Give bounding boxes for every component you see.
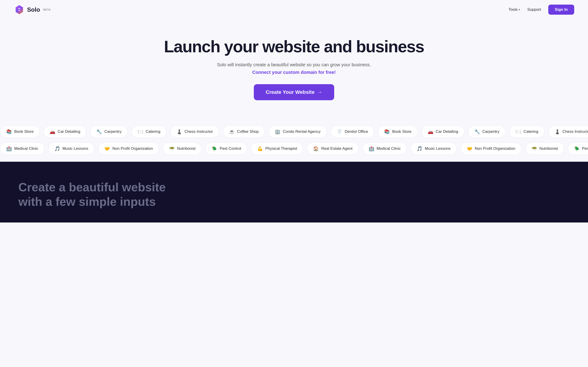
tag-pill[interactable]: 🤝Non Profit Organization [98, 142, 159, 155]
tag-icon: 🔧 [474, 129, 480, 134]
tag-icon: ☕ [229, 129, 235, 134]
tag-label: Catering [146, 129, 160, 134]
create-website-button[interactable]: Create Your Website → [254, 84, 334, 100]
tag-label: Medical Clinic [14, 146, 38, 151]
tags-row-1: 📚Book Store🚗Car Detailing🔧Carpentry🍽️Cat… [0, 123, 588, 140]
tag-pill[interactable]: 🏢Condo Rental Agency [268, 125, 327, 138]
tag-pill[interactable]: 🍽️Catering [509, 125, 544, 138]
hero-headline: Launch your website and business [5, 38, 583, 56]
support-link[interactable]: Support [527, 7, 541, 12]
tag-pill[interactable]: 🦷Dentist Office [330, 125, 374, 138]
tag-pill[interactable]: 🚗Car Detailing [422, 125, 464, 138]
tag-label: Pest Control [582, 146, 588, 151]
tag-pill[interactable]: 🥗Nutritionist [163, 142, 202, 155]
tag-label: Music Lessons [425, 146, 450, 151]
logo-text: Solo [27, 6, 40, 13]
tag-label: Nutritionist [177, 146, 195, 151]
tools-menu[interactable]: Tools ▾ [509, 7, 520, 12]
tag-label: Coffee Shop [237, 129, 259, 134]
tag-icon: 🥗 [531, 146, 537, 151]
tag-pill[interactable]: ♟️Chess Instructor [170, 125, 219, 138]
tag-pill[interactable]: 🏥Medical Clinic [363, 142, 407, 155]
tag-label: Non Profit Organization [112, 146, 153, 151]
dark-section: Create a beautiful website with a few si… [0, 162, 588, 223]
beta-badge: BETA [43, 8, 51, 11]
tag-pill[interactable]: 📚Book Store [0, 125, 40, 138]
tag-pill[interactable]: 🎵Music Lessons [410, 142, 457, 155]
tag-icon: ♟️ [554, 129, 560, 134]
tag-icon: 🏠 [313, 146, 319, 151]
navbar: Solo BETA Tools ▾ Support Sign In [0, 0, 588, 19]
tag-icon: 🪲 [574, 146, 580, 151]
tag-pill[interactable]: 🪲Pest Control [568, 142, 588, 155]
tag-pill[interactable]: 💪Physical Therapist [251, 142, 303, 155]
tag-label: Carpentry [104, 129, 121, 134]
tag-pill[interactable]: ♟️Chess Instructor [548, 125, 588, 138]
tag-label: Medical Clinic [377, 146, 401, 151]
tag-icon: 🍽️ [138, 129, 143, 134]
tag-label: Dentist Office [345, 129, 368, 134]
tag-label: Chess Instructor [562, 129, 588, 134]
dark-headline: Create a beautiful website with a few si… [18, 180, 570, 209]
tag-icon: 📚 [384, 129, 390, 134]
tag-label: Chess Instructor [184, 129, 213, 134]
dark-headline-line2: with a few simple inputs [18, 195, 156, 208]
tag-label: Book Store [392, 129, 411, 134]
tag-pill[interactable]: 🎵Music Lessons [48, 142, 95, 155]
tag-pill[interactable]: 🪲Pest Control [205, 142, 247, 155]
tag-label: Real Estate Agent [321, 146, 352, 151]
hero-subtext: Solo will instantly create a beautiful w… [5, 62, 583, 67]
tag-icon: 🦷 [337, 129, 342, 134]
tag-label: Condo Rental Agency [283, 129, 320, 134]
tag-label: Music Lessons [62, 146, 88, 151]
tag-label: Book Store [14, 129, 34, 134]
tag-icon: 🥗 [169, 146, 175, 151]
tag-pill[interactable]: 🤝Non Profit Organization [460, 142, 522, 155]
tag-icon: 🔧 [96, 129, 102, 134]
tag-icon: 🎵 [417, 146, 422, 151]
tag-pill[interactable]: 🏥Medical Clinic [0, 142, 44, 155]
tag-icon: ♟️ [176, 129, 182, 134]
solo-logo-icon [14, 4, 25, 15]
logo-area: Solo BETA [14, 4, 51, 15]
tag-label: Carpentry [482, 129, 500, 134]
tags-row-2: 🏥Medical Clinic🎵Music Lessons🤝Non Profit… [0, 140, 588, 157]
tag-pill[interactable]: 🔧Carpentry [468, 125, 506, 138]
domain-link[interactable]: Connect your custom domain for free! [5, 70, 583, 75]
tag-label: Pest Control [220, 146, 241, 151]
chevron-down-icon: ▾ [519, 8, 520, 11]
tag-icon: 📚 [6, 129, 12, 134]
tag-icon: 💪 [257, 146, 263, 151]
sign-in-button[interactable]: Sign In [548, 5, 574, 15]
tag-label: Physical Therapist [265, 146, 297, 151]
tag-pill[interactable]: ☕Coffee Shop [223, 125, 265, 138]
tag-icon: 🏥 [369, 146, 374, 151]
tag-icon: 🏢 [275, 129, 280, 134]
dark-headline-line1: Create a beautiful website [18, 181, 166, 194]
tag-label: Nutritionist [540, 146, 558, 151]
tag-label: Catering [523, 129, 538, 134]
tag-icon: 🚗 [50, 129, 55, 134]
tag-icon: 🪲 [212, 146, 217, 151]
arrow-icon: → [317, 89, 322, 95]
nav-links: Tools ▾ Support Sign In [509, 5, 574, 15]
tag-icon: 🏥 [6, 146, 12, 151]
cta-label: Create Your Website [266, 89, 315, 95]
tag-pill[interactable]: 📚Book Store [378, 125, 418, 138]
tag-icon: 🎵 [54, 146, 60, 151]
tag-label: Car Detailing [436, 129, 458, 134]
tag-pill[interactable]: 🥗Nutritionist [525, 142, 564, 155]
tag-icon: 🤝 [467, 146, 473, 151]
tag-icon: 🤝 [104, 146, 110, 151]
tag-pill[interactable]: 🏠Real Estate Agent [307, 142, 359, 155]
tag-icon: 🍽️ [515, 129, 521, 134]
tag-icon: 🚗 [428, 129, 433, 134]
tag-label: Non Profit Organization [475, 146, 515, 151]
tags-section: 📚Book Store🚗Car Detailing🔧Carpentry🍽️Cat… [0, 114, 588, 162]
tag-label: Car Detailing [58, 129, 80, 134]
tag-pill[interactable]: 🚗Car Detailing [43, 125, 86, 138]
tag-pill[interactable]: 🔧Carpentry [90, 125, 128, 138]
tag-pill[interactable]: 🍽️Catering [131, 125, 166, 138]
hero-section: Launch your website and business Solo wi… [0, 19, 588, 114]
